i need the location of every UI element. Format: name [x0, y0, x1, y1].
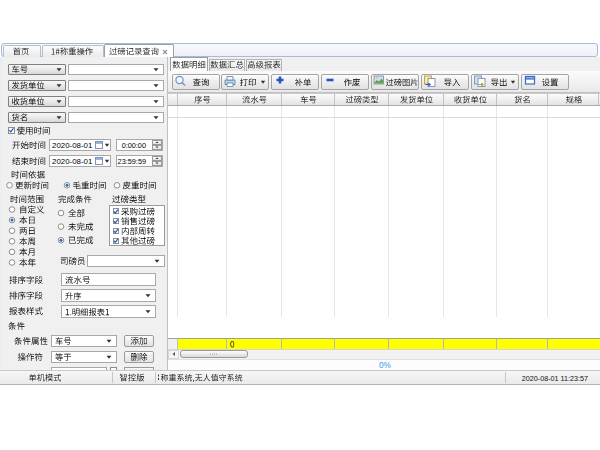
svg-text:2020-08-01: 2020-08-01: [52, 141, 92, 150]
svg-text:0%: 0%: [379, 360, 392, 370]
svg-text:0:00:00: 0:00:00: [122, 141, 146, 150]
svg-text:2020-08-01: 2020-08-01: [52, 157, 92, 166]
svg-text:23:59:59: 23:59:59: [118, 157, 146, 166]
svg-text:2020-08-01 11:23:57: 2020-08-01 11:23:57: [522, 374, 588, 383]
